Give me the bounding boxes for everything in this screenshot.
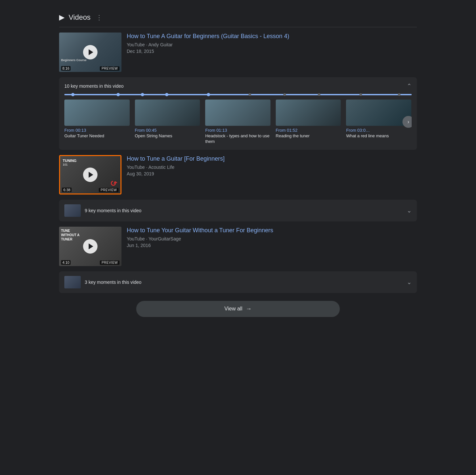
video-date-2: Aug 30, 2019	[127, 171, 417, 176]
view-all-label: View all	[225, 306, 243, 312]
view-all-button[interactable]: View all →	[136, 301, 340, 317]
key-moments-header-1[interactable]: 10 key moments in this video ⌃	[64, 82, 412, 90]
tune101-text: TUNING101	[63, 159, 76, 167]
video-card-2: TUNING101 ↺ 6:38 PREVIEW How to Tune a G…	[59, 155, 417, 194]
key-moments-collapsed-3[interactable]: 3 key moments in this video ⌄	[59, 271, 417, 293]
video-source-2: YouTube · Acoustic Life	[127, 165, 417, 170]
moment-title-1: Guitar Tuner Needed	[64, 133, 130, 139]
section-header: ▶ Videos ⋮	[59, 13, 417, 22]
progress-bar-1[interactable]	[64, 94, 412, 96]
moment-thumb-3	[205, 100, 270, 126]
video-card-3: TUNEWITHOUT ATUNER 4:10 PREVIEW How to T…	[59, 227, 417, 266]
km-thumb-2	[64, 204, 81, 217]
progress-dot-5	[207, 93, 210, 96]
thumb-duration-2: 6:38	[62, 188, 72, 192]
video-icon: ▶	[59, 13, 65, 22]
video-thumbnail-3[interactable]: TUNEWITHOUT ATUNER 4:10 PREVIEW	[59, 227, 121, 266]
moment-thumb-2	[135, 100, 200, 126]
thumb-duration-3: 4:10	[61, 260, 71, 265]
chevron-up-icon-1: ⌃	[407, 82, 412, 90]
progress-dot-10	[398, 93, 400, 96]
key-moments-label-1: 10 key moments in this video	[64, 83, 124, 89]
moment-thumb-5	[346, 100, 411, 126]
video-info-1: How to Tune A Guitar for Beginners (Guit…	[127, 33, 417, 54]
video-title-1[interactable]: How to Tune A Guitar for Beginners (Guit…	[127, 33, 417, 40]
video-source-1: YouTube · Andy Guitar	[127, 42, 417, 47]
moment-item-2[interactable]: From 00:45 Open String Names	[135, 100, 200, 145]
moment-time-2: From 00:45	[135, 128, 200, 133]
video-source-3: YouTube · YourGuitarSage	[127, 236, 417, 241]
key-moments-collapsed-2[interactable]: 9 key moments in this video ⌄	[59, 200, 417, 221]
videos-section: ▶ Videos ⋮ Beginners Course 8:16 PREVIEW…	[59, 13, 417, 317]
menu-dots-icon[interactable]: ⋮	[96, 13, 102, 21]
moment-time-1: From 00:13	[64, 128, 130, 133]
play-button-1[interactable]	[83, 45, 97, 59]
view-all-section: View all →	[59, 301, 417, 317]
progress-dot-1	[71, 93, 75, 96]
thumb-preview-2: PREVIEW	[99, 188, 119, 192]
thumb-preview-1: PREVIEW	[100, 66, 119, 71]
moment-time-4: From 01:52	[276, 128, 341, 133]
video-thumbnail-2[interactable]: TUNING101 ↺ 6:38 PREVIEW	[59, 155, 121, 194]
moment-title-5: What a red line means	[346, 133, 411, 139]
km-thumb-3	[64, 276, 81, 288]
video-info-3: How to Tune Your Guitar Without a Tuner …	[127, 227, 417, 248]
video-date-1: Dec 18, 2015	[127, 49, 417, 54]
arrow-right-icon: →	[246, 305, 251, 312]
moment-time-5: From 03:0…	[346, 128, 411, 133]
moment-thumb-1	[64, 100, 130, 126]
moment-item-1[interactable]: From 00:13 Guitar Tuner Needed	[64, 100, 130, 145]
tune-without-text: TUNEWITHOUT ATUNER	[61, 229, 79, 241]
header-divider	[59, 27, 417, 27]
play-button-2[interactable]	[83, 168, 97, 182]
progress-dot-9	[359, 93, 362, 96]
moment-thumb-4	[276, 100, 341, 126]
moment-item-5[interactable]: From 03:0… What a red line means	[346, 100, 411, 145]
progress-dots-1	[64, 94, 412, 96]
chevron-down-icon-3: ⌄	[407, 279, 412, 286]
thumb-preview-3: PREVIEW	[100, 260, 119, 265]
video-title-3[interactable]: How to Tune Your Guitar Without a Tuner …	[127, 227, 417, 234]
moment-item-4[interactable]: From 01:52 Reading the tuner	[276, 100, 341, 145]
thumb-duration-1: 8:16	[61, 66, 71, 71]
video-info-2: How to Tune a Guitar [For Beginners] You…	[127, 155, 417, 176]
video-card-1: Beginners Course 8:16 PREVIEW How to Tun…	[59, 33, 417, 72]
video-thumbnail-1[interactable]: Beginners Course 8:16 PREVIEW	[59, 33, 121, 72]
progress-dot-2	[117, 93, 120, 96]
km-label-2: 9 key moments in this video	[85, 208, 403, 213]
red-arrow-icon: ↺	[108, 178, 118, 189]
progress-dot-7	[283, 93, 286, 96]
km-label-3: 3 key moments in this video	[85, 280, 403, 285]
moments-next-button-1[interactable]: ›	[402, 116, 412, 128]
moment-item-3[interactable]: From 01:13 Headstock - types and how to …	[205, 100, 270, 145]
play-button-3[interactable]	[83, 239, 97, 254]
moment-title-4: Reading the tuner	[276, 133, 341, 139]
progress-dot-4	[165, 93, 168, 96]
progress-dot-3	[141, 93, 144, 96]
progress-dot-6	[249, 93, 251, 96]
video-date-3: Jun 1, 2016	[127, 243, 417, 248]
video-title-2[interactable]: How to Tune a Guitar [For Beginners]	[127, 155, 417, 163]
moment-title-3: Headstock - types and how to use them	[205, 133, 270, 145]
moment-title-2: Open String Names	[135, 133, 200, 139]
thumb-overlay-text-1: Beginners Course	[61, 58, 87, 62]
key-moments-box-1: 10 key moments in this video ⌃	[59, 77, 417, 150]
moments-grid-1: From 00:13 Guitar Tuner Needed From 00:4…	[64, 100, 412, 145]
chevron-down-icon-2: ⌄	[407, 207, 412, 214]
section-title: Videos	[69, 13, 91, 22]
moment-time-3: From 01:13	[205, 128, 270, 133]
progress-dot-8	[318, 93, 320, 96]
